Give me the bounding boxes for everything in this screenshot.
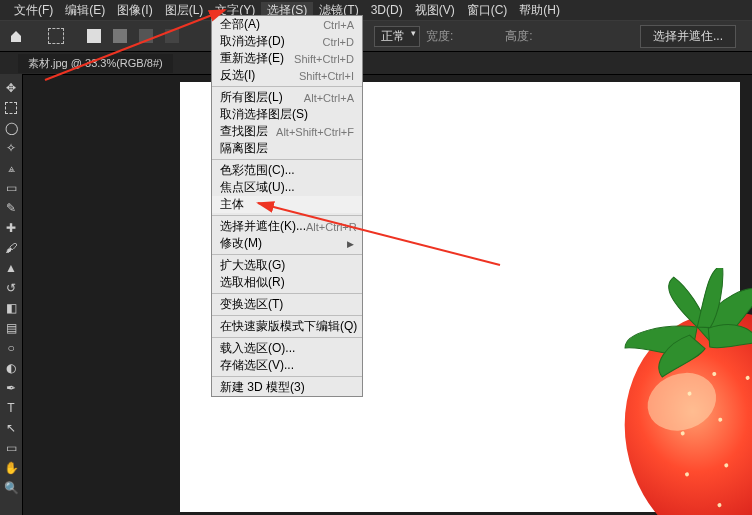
menu-item-similar[interactable]: 选取相似(R) — [212, 274, 362, 291]
menu-file[interactable]: 文件(F) — [8, 2, 59, 19]
menu-item-isolate-layers[interactable]: 隔离图层 — [212, 140, 362, 157]
menu-item-find-layers[interactable]: 查找图层Alt+Shift+Ctrl+F — [212, 123, 362, 140]
strawberry-image — [580, 268, 752, 515]
menu-item-reselect[interactable]: 重新选择(E)Shift+Ctrl+D — [212, 50, 362, 67]
type-tool-icon[interactable]: T — [0, 398, 22, 418]
path-tool-icon[interactable]: ↖ — [0, 418, 22, 438]
zoom-tool-icon[interactable]: 🔍 — [0, 478, 22, 498]
crop-tool-icon[interactable]: ⟁ — [0, 158, 22, 178]
shape-tool-icon[interactable]: ▭ — [0, 438, 22, 458]
lasso-tool-icon[interactable]: ◯ — [0, 118, 22, 138]
selection-add-icon[interactable] — [110, 27, 130, 45]
menu-item-transform-selection[interactable]: 变换选区(T) — [212, 296, 362, 313]
menu-layer[interactable]: 图层(L) — [159, 2, 210, 19]
select-and-mask-button[interactable]: 选择并遮住... — [640, 25, 736, 48]
menu-item-focus-area[interactable]: 焦点区域(U)... — [212, 179, 362, 196]
menu-item-all-layers[interactable]: 所有图层(L)Alt+Ctrl+A — [212, 89, 362, 106]
history-brush-tool-icon[interactable]: ↺ — [0, 278, 22, 298]
document-tab[interactable]: 素材.jpg @ 33.3%(RGB/8#) — [18, 54, 173, 73]
menu-item-subject[interactable]: 主体 — [212, 196, 362, 213]
menu-view[interactable]: 视图(V) — [409, 2, 461, 19]
eyedropper-tool-icon[interactable]: ✎ — [0, 198, 22, 218]
blend-mode-select[interactable]: 正常 — [374, 26, 420, 47]
menu-item-select-and-mask[interactable]: 选择并遮住(K)...Alt+Ctrl+R — [212, 218, 362, 235]
menu-edit[interactable]: 编辑(E) — [59, 2, 111, 19]
move-tool-icon[interactable]: ✥ — [0, 78, 22, 98]
selection-new-icon[interactable] — [84, 27, 104, 45]
selection-sub-icon[interactable] — [136, 27, 156, 45]
menu-item-load-selection[interactable]: 载入选区(O)... — [212, 340, 362, 357]
menu-3d[interactable]: 3D(D) — [365, 3, 409, 17]
menu-help[interactable]: 帮助(H) — [513, 2, 566, 19]
menu-image[interactable]: 图像(I) — [111, 2, 158, 19]
menu-item-deselect-layers[interactable]: 取消选择图层(S) — [212, 106, 362, 123]
menu-item-grow[interactable]: 扩大选取(G) — [212, 257, 362, 274]
menu-item-new-3d[interactable]: 新建 3D 模型(3) — [212, 379, 362, 396]
wand-tool-icon[interactable]: ✧ — [0, 138, 22, 158]
pen-tool-icon[interactable]: ✒ — [0, 378, 22, 398]
home-icon[interactable] — [6, 27, 26, 45]
frame-tool-icon[interactable]: ▭ — [0, 178, 22, 198]
stamp-tool-icon[interactable]: ▲ — [0, 258, 22, 278]
menu-item-inverse[interactable]: 反选(I)Shift+Ctrl+I — [212, 67, 362, 84]
blur-tool-icon[interactable]: ○ — [0, 338, 22, 358]
tools-panel: ✥ ◯ ✧ ⟁ ▭ ✎ ✚ 🖌 ▲ ↺ ◧ ▤ ○ ◐ ✒ T ↖ ▭ ✋ 🔍 — [0, 74, 23, 515]
hand-tool-icon[interactable]: ✋ — [0, 458, 22, 478]
marquee-tool-icon[interactable] — [0, 98, 22, 118]
width-label: 宽度: — [426, 28, 453, 45]
menu-window[interactable]: 窗口(C) — [461, 2, 514, 19]
gradient-tool-icon[interactable]: ▤ — [0, 318, 22, 338]
dodge-tool-icon[interactable]: ◐ — [0, 358, 22, 378]
height-label: 高度: — [505, 28, 532, 45]
menu-item-quickmask[interactable]: 在快速蒙版模式下编辑(Q) — [212, 318, 362, 335]
eraser-tool-icon[interactable]: ◧ — [0, 298, 22, 318]
select-menu-dropdown: 全部(A)Ctrl+A 取消选择(D)Ctrl+D 重新选择(E)Shift+C… — [211, 15, 363, 397]
menu-item-color-range[interactable]: 色彩范围(C)... — [212, 162, 362, 179]
brush-tool-icon[interactable]: 🖌 — [0, 238, 22, 258]
menu-item-modify[interactable]: 修改(M) — [212, 235, 362, 252]
marquee-preset-icon[interactable] — [46, 27, 66, 45]
menu-item-save-selection[interactable]: 存储选区(V)... — [212, 357, 362, 374]
selection-intersect-icon[interactable] — [162, 27, 182, 45]
menu-item-all[interactable]: 全部(A)Ctrl+A — [212, 16, 362, 33]
heal-tool-icon[interactable]: ✚ — [0, 218, 22, 238]
menu-item-deselect[interactable]: 取消选择(D)Ctrl+D — [212, 33, 362, 50]
